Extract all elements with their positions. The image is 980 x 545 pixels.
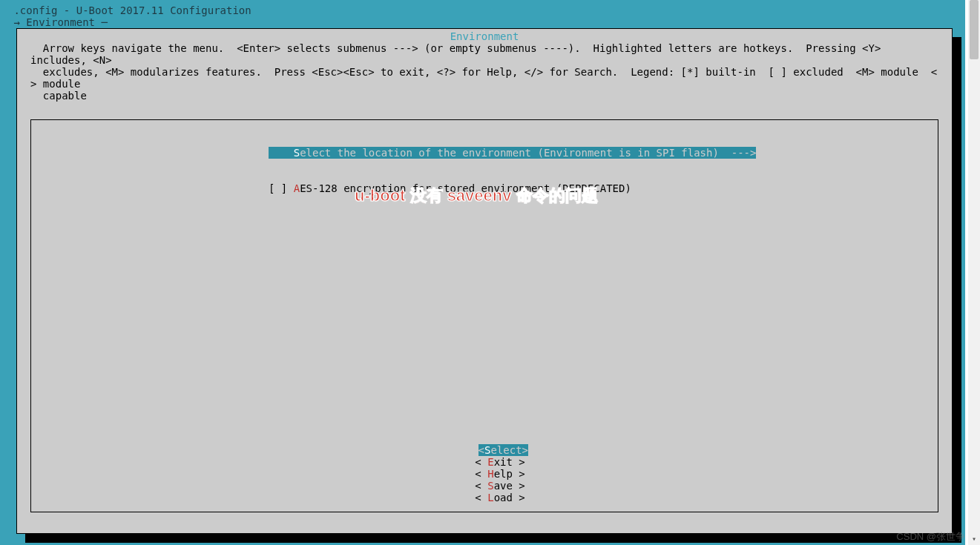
help-line-3: capable xyxy=(17,90,952,102)
menu-items: Select the location of the environment (… xyxy=(269,123,756,218)
menu-item-aes128[interactable]: [ ] AES-128 encryption for stored enviro… xyxy=(269,182,756,194)
help-button[interactable]: < Help > xyxy=(475,468,531,480)
menu-item-env-location[interactable]: Select the location of the environment (… xyxy=(269,147,756,159)
watermark: CSDN @张世争 xyxy=(896,530,965,544)
help-line-1: Arrow keys navigate the menu. <Enter> se… xyxy=(17,42,952,66)
terminal-window: .config - U-Boot 2017.11 Configuration →… xyxy=(0,0,965,545)
window-title: .config - U-Boot 2017.11 Configuration xyxy=(4,4,961,16)
select-button[interactable]: <Select> xyxy=(479,444,528,456)
button-bar: <Select> < Exit > < Help > < Save > < Lo… xyxy=(17,432,952,515)
menuconfig-panel: Environment Arrow keys navigate the menu… xyxy=(16,28,953,534)
panel-title: Environment xyxy=(17,30,952,42)
save-button[interactable]: < Save > xyxy=(475,480,531,492)
breadcrumb: → Environment ─ xyxy=(4,16,961,28)
load-button[interactable]: < Load > xyxy=(475,492,531,503)
scroll-thumb[interactable] xyxy=(970,0,979,59)
help-line-2: excludes, <M> modularizes features. Pres… xyxy=(17,66,952,90)
vertical-scrollbar[interactable]: ▴ ▾ xyxy=(968,0,980,545)
exit-button[interactable]: < Exit > xyxy=(475,456,531,468)
scroll-down-arrow[interactable]: ▾ xyxy=(968,533,980,545)
